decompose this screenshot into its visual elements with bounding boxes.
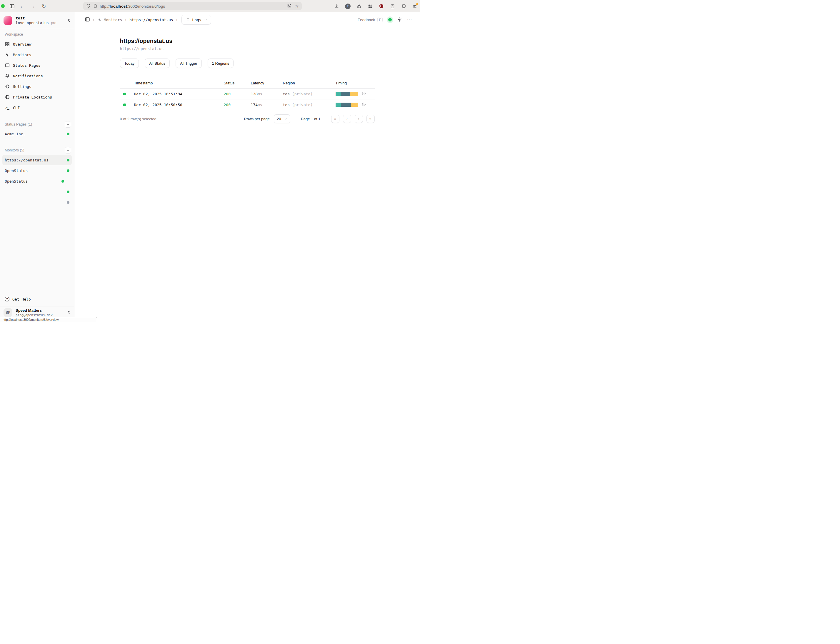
add-monitor-button[interactable]: + — [65, 147, 71, 153]
selection-summary: 0 of 2 row(s) selected. — [120, 117, 158, 121]
status-dot — [67, 169, 69, 172]
archive-box-icon[interactable] — [390, 3, 396, 10]
logs-table: Timestamp Status Latency Region Timing D… — [120, 78, 375, 110]
filter-regions-button[interactable]: 1 Regions — [208, 59, 234, 68]
zap-icon[interactable] — [397, 17, 402, 23]
traffic-light-green[interactable] — [1, 4, 5, 8]
add-status-page-button[interactable]: + — [65, 121, 71, 128]
sidebar-item-monitor-openstatus-1[interactable]: OpenStatus — [2, 165, 72, 176]
breadcrumb-monitors[interactable]: Monitors — [97, 18, 122, 22]
get-help-link[interactable]: ? Get Help — [5, 295, 31, 303]
sidebar-item-settings[interactable]: Settings — [2, 81, 72, 92]
status-bar-link-preview: http://localhost:3002/monitors/3/overvie… — [0, 317, 97, 322]
timing-bar — [335, 92, 358, 96]
filter-trigger-button[interactable]: All Trigger — [176, 59, 202, 68]
panel-top-icon — [5, 63, 10, 68]
view-switcher-logs[interactable]: Logs — [181, 15, 211, 25]
browser-sidebar-toggle-icon[interactable] — [8, 3, 16, 10]
forward-icon[interactable]: → — [29, 3, 36, 10]
cell-latency: 174ms — [251, 103, 283, 107]
sidebar-item-label: Overview — [13, 42, 31, 46]
address-bar[interactable]: http://localhost:3002/monitors/6/logs ☆ — [83, 2, 302, 10]
timing-segment-connect — [336, 92, 341, 96]
sidebar-item-monitor-openstat[interactable]: https://openstat.us — [2, 155, 72, 165]
shield-icon[interactable] — [86, 3, 90, 9]
sidebar-item-label: Monitors — [13, 53, 31, 57]
bookmark-star-icon[interactable]: ☆ — [295, 3, 299, 9]
status-dot — [61, 180, 64, 182]
container-tab-icon[interactable]: T — [345, 3, 351, 10]
table-row[interactable]: Dec 02, 2025 10:51:34 200 128ms tes (pri… — [120, 89, 375, 99]
ublock-shield-icon[interactable] — [378, 3, 385, 10]
filter-date-button[interactable]: Today — [120, 59, 139, 68]
grid-arrow-icon[interactable] — [287, 3, 291, 9]
rows-per-page-label: Rows per page — [244, 117, 270, 121]
status-pages-section-header: Status Pages (1) + — [5, 121, 71, 128]
main-panel: › Monitors › https://openstat.us › Logs … — [74, 12, 420, 322]
content: https://openstat.us https://openstat.us … — [74, 27, 420, 322]
sidebar-item-private-locations[interactable]: Private Locations — [2, 92, 72, 102]
sidebar-item-notifications[interactable]: Notifications — [2, 71, 72, 81]
timing-segment-tls — [341, 103, 351, 107]
thumb-extension-icon[interactable] — [356, 3, 362, 10]
chevron-down-icon — [204, 18, 207, 21]
user-avatar: SP — [3, 308, 12, 317]
chevron-right-icon: › — [125, 17, 127, 22]
clock-icon — [362, 102, 366, 107]
col-timing: Timing — [335, 81, 362, 85]
menu-icon[interactable] — [412, 3, 418, 10]
app-header: › Monitors › https://openstat.us › Logs … — [74, 12, 420, 27]
sidebar-item-status-page-acme[interactable]: Acme Inc. — [2, 130, 72, 138]
table-row[interactable]: Dec 02, 2025 10:50:50 200 174ms tes (pri… — [120, 99, 375, 110]
bell-icon — [5, 74, 10, 79]
device-icon[interactable] — [401, 3, 407, 10]
panel-left-toggle-icon[interactable] — [85, 17, 90, 23]
status-page-name: Acme Inc. — [5, 132, 25, 136]
first-page-button[interactable]: « — [331, 115, 339, 123]
help-icon: ? — [5, 297, 10, 301]
sidebar-item-status-pages[interactable]: Status Pages — [2, 60, 72, 71]
rows-per-page-select[interactable]: 20 — [274, 114, 290, 123]
chevron-up-down-icon — [67, 310, 71, 315]
status-live-dot[interactable] — [388, 18, 392, 21]
sidebar-item-monitor-unnamed-2[interactable] — [2, 197, 72, 208]
page-indicator: Page 1 of 1 — [301, 117, 321, 121]
chevron-down-icon — [284, 117, 288, 121]
workspace-section-label: Workspace — [5, 32, 23, 36]
sidebar-item-label: Private Locations — [13, 95, 52, 99]
timing-bar — [335, 103, 358, 107]
more-menu-button[interactable]: ··· — [407, 17, 413, 22]
page-info-icon[interactable] — [93, 3, 97, 9]
workspace-avatar — [3, 16, 12, 25]
sidebar-item-overview[interactable]: Overview — [2, 39, 72, 49]
gear-icon — [5, 84, 10, 89]
col-region: Region — [283, 81, 335, 85]
row-status-indicator — [123, 104, 126, 106]
sidebar-item-cli[interactable]: >_ CLI — [2, 102, 72, 113]
divider — [0, 28, 74, 28]
reload-icon[interactable]: ↻ — [40, 3, 48, 10]
last-page-button[interactable]: » — [367, 115, 375, 123]
activity-icon — [5, 53, 10, 58]
user-menu[interactable]: SP Speed Matters ping@openstatus.dev — [3, 308, 71, 317]
extensions-grid-icon[interactable] — [367, 3, 373, 10]
sidebar-item-monitor-unnamed-1[interactable] — [2, 186, 72, 197]
monitors-list: https://openstat.us OpenStatus OpenStatu… — [0, 155, 74, 208]
workspace-switcher[interactable]: test love-openstatus pro — [3, 15, 71, 26]
sidebar-item-monitor-openstatus-2[interactable]: OpenStatus — [2, 176, 72, 186]
breadcrumb-monitor-name[interactable]: https://openstat.us — [130, 18, 173, 22]
terminal-icon: >_ — [5, 105, 10, 110]
workspace-name: test — [16, 16, 56, 21]
prev-page-button[interactable]: ‹ — [343, 115, 351, 123]
feedback-button[interactable]: Feedback F — [358, 17, 383, 22]
sidebar-item-label: Notifications — [13, 74, 43, 78]
sidebar-item-monitors[interactable]: Monitors — [2, 49, 72, 60]
monitor-name: OpenStatus — [5, 169, 28, 173]
plan-badge: pro — [51, 21, 56, 25]
filter-status-button[interactable]: All Status — [145, 59, 170, 68]
back-icon[interactable]: ← — [19, 3, 26, 10]
cell-timestamp: Dec 02, 2025 10:50:50 — [134, 103, 224, 107]
col-status: Status — [224, 81, 251, 85]
download-icon[interactable] — [334, 3, 340, 10]
next-page-button[interactable]: › — [355, 115, 363, 123]
